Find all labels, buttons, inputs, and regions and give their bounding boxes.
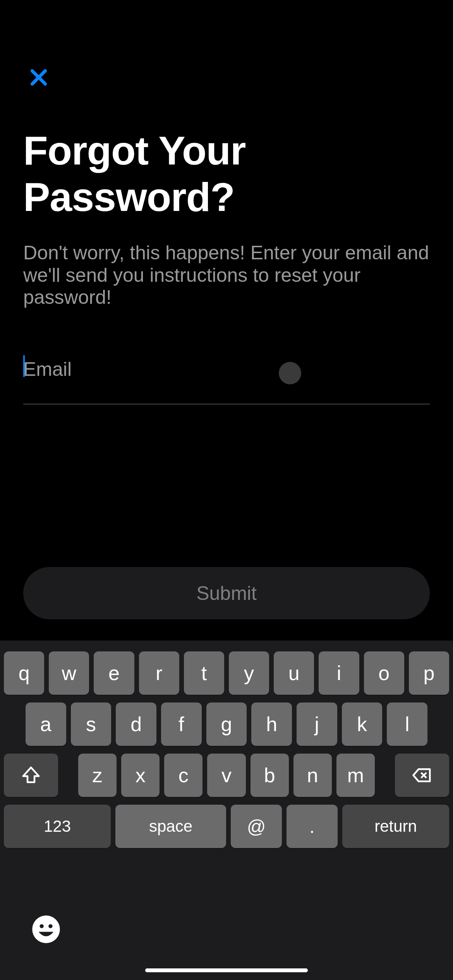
keyboard: q w e r t y u i o p a s d f g h j k l z … [0,641,453,980]
close-icon [27,66,50,89]
keyboard-row-4: 123 space @ . return [0,805,453,848]
key-t[interactable]: t [184,651,224,695]
key-return[interactable]: return [342,805,449,848]
key-l[interactable]: l [387,702,427,746]
key-space[interactable]: space [115,805,226,848]
page-subtitle: Don't worry, this happens! Enter your em… [23,242,430,309]
key-k[interactable]: k [342,702,383,746]
submit-button[interactable]: Submit [23,567,430,619]
key-y[interactable]: y [229,651,269,695]
key-m[interactable]: m [336,754,375,797]
key-dot[interactable]: . [287,805,338,848]
key-x[interactable]: x [121,754,160,797]
key-p[interactable]: p [409,651,449,695]
key-w[interactable]: w [49,651,89,695]
key-numeric[interactable]: 123 [4,805,111,848]
key-delete[interactable] [395,754,449,797]
key-shift[interactable] [4,754,58,797]
key-u[interactable]: u [274,651,314,695]
key-a[interactable]: a [26,702,66,746]
key-e[interactable]: e [94,651,134,695]
key-f[interactable]: f [161,702,202,746]
key-g[interactable]: g [206,702,247,746]
backspace-icon [412,765,432,786]
key-j[interactable]: j [297,702,337,746]
text-cursor [23,355,25,377]
key-z[interactable]: z [78,754,117,797]
key-n[interactable]: n [293,754,332,797]
key-d[interactable]: d [116,702,156,746]
key-c[interactable]: c [164,754,202,797]
key-v[interactable]: v [207,754,245,797]
key-h[interactable]: h [251,702,292,746]
key-o[interactable]: o [364,651,404,695]
email-field-wrapper [23,348,430,404]
email-field[interactable] [23,348,430,404]
keyboard-row-2: a s d f g h j k l [0,702,453,746]
keyboard-row-3: z x c v b n m [0,754,453,797]
key-s[interactable]: s [71,702,112,746]
shift-icon [21,765,41,786]
emoji-button[interactable] [31,914,62,945]
close-button[interactable] [23,62,54,93]
emoji-icon [31,914,61,944]
cursor-handle[interactable] [279,362,301,384]
key-q[interactable]: q [4,651,44,695]
svg-point-5 [39,924,43,928]
key-i[interactable]: i [319,651,359,695]
key-r[interactable]: r [139,651,179,695]
key-b[interactable]: b [251,754,289,797]
home-indicator[interactable] [145,968,308,972]
svg-point-4 [32,915,60,943]
key-at[interactable]: @ [231,805,282,848]
svg-point-6 [48,924,52,928]
page-title: Forgot Your Password? [23,128,430,220]
keyboard-row-1: q w e r t y u i o p [0,651,453,695]
